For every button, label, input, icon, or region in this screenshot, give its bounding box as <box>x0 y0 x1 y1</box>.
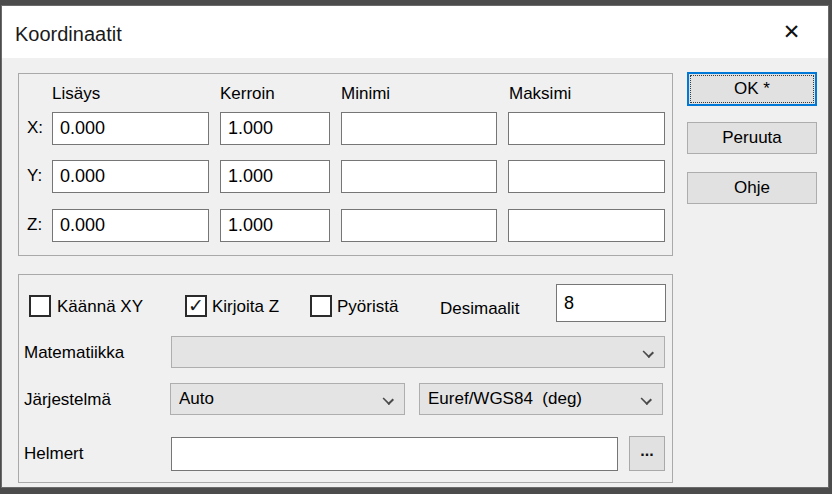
checkmark-icon: ✓ <box>188 296 204 315</box>
kaanna-xy-checkbox[interactable] <box>29 295 51 317</box>
screen: Koordinaatit ✕ Lisäys Kerroin Minimi Mak… <box>0 0 832 494</box>
column-header-minimi: Minimi <box>341 84 390 104</box>
matematiikka-dropdown[interactable] <box>171 336 665 368</box>
z-minimi-input[interactable] <box>341 209 497 242</box>
y-lisays-input[interactable] <box>52 160 209 193</box>
helmert-browse-button[interactable]: ... <box>629 436 665 471</box>
datum-value: Euref/WGS84 (deg) <box>428 389 582 409</box>
chevron-down-icon <box>643 347 654 358</box>
y-maksimi-input[interactable] <box>508 160 665 193</box>
help-button[interactable]: Ohje <box>687 172 817 204</box>
pyorista-label: Pyöristä <box>337 297 398 317</box>
titlebar[interactable]: Koordinaatit ✕ <box>2 6 828 58</box>
jarjestelma-value: Auto <box>179 389 214 409</box>
x-minimi-input[interactable] <box>341 112 497 145</box>
ellipsis-icon: ... <box>640 442 653 460</box>
ok-button[interactable]: OK * <box>687 72 817 106</box>
column-header-lisays: Lisäys <box>52 84 100 104</box>
column-header-kerroin: Kerroin <box>220 84 275 104</box>
row-label-x: X: <box>27 118 43 138</box>
chevron-down-icon <box>383 394 394 405</box>
desimaalit-label: Desimaalit <box>440 299 519 319</box>
x-maksimi-input[interactable] <box>508 112 665 145</box>
kaanna-xy-label: Käännä XY <box>57 297 143 317</box>
jarjestelma-dropdown[interactable]: Auto <box>170 383 405 415</box>
chevron-down-icon <box>641 394 652 405</box>
x-kerroin-input[interactable] <box>220 112 330 145</box>
kirjoita-z-label: Kirjoita Z <box>212 297 279 317</box>
kirjoita-z-checkbox[interactable]: ✓ <box>185 295 207 317</box>
y-minimi-input[interactable] <box>341 160 497 193</box>
close-button[interactable]: ✕ <box>755 6 828 58</box>
row-label-y: Y: <box>27 166 42 186</box>
z-lisays-input[interactable] <box>52 209 209 242</box>
x-lisays-input[interactable] <box>52 112 209 145</box>
row-label-z: Z: <box>27 215 42 235</box>
y-kerroin-input[interactable] <box>220 160 330 193</box>
pyorista-checkbox[interactable] <box>310 295 332 317</box>
helmert-label: Helmert <box>24 444 84 464</box>
jarjestelma-label: Järjestelmä <box>24 390 111 410</box>
dialog-title: Koordinaatit <box>15 6 122 58</box>
koordinaatit-dialog: Koordinaatit ✕ Lisäys Kerroin Minimi Mak… <box>1 5 829 488</box>
column-header-maksimi: Maksimi <box>509 84 571 104</box>
z-maksimi-input[interactable] <box>508 209 665 242</box>
desimaalit-input[interactable] <box>556 284 666 322</box>
matematiikka-label: Matematiikka <box>24 343 124 363</box>
options-group: Käännä XY ✓ Kirjoita Z Pyöristä Desimaal… <box>18 274 673 483</box>
close-icon: ✕ <box>783 20 801 44</box>
z-kerroin-input[interactable] <box>220 209 330 242</box>
coordinates-group: Lisäys Kerroin Minimi Maksimi X: Y: Z: <box>18 73 673 256</box>
background-window-bottom <box>0 488 832 494</box>
datum-dropdown[interactable]: Euref/WGS84 (deg) <box>419 383 663 415</box>
cancel-button[interactable]: Peruuta <box>687 122 817 154</box>
helmert-input[interactable] <box>171 437 618 471</box>
